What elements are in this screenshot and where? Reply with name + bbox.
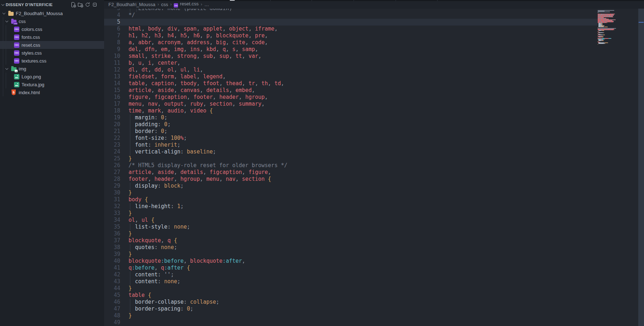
tree-file-reset-css[interactable]: cssreset.css xyxy=(0,41,104,49)
line-number: 35 xyxy=(104,224,120,230)
refresh-icon[interactable] xyxy=(84,2,90,8)
image-icon xyxy=(14,82,19,87)
folder-img-icon xyxy=(11,66,17,72)
folder-chevron-icon[interactable] xyxy=(1,10,7,16)
indent-guide xyxy=(130,244,130,251)
tree-file-styles-css[interactable]: cssstyles.css xyxy=(0,49,104,57)
tab-bar-remnant xyxy=(104,0,644,1)
code-line-40: 40blockquote:before, blockquote:after, xyxy=(104,258,644,265)
new-folder-icon[interactable] xyxy=(77,2,83,8)
twisty-spacer xyxy=(7,82,13,87)
line-number: 19 xyxy=(104,114,120,121)
line-number: 27 xyxy=(104,169,120,176)
indent-guide xyxy=(130,135,130,142)
code-line-30: 30} xyxy=(104,189,644,196)
code-text: } xyxy=(129,189,132,196)
tree-file-textures-css[interactable]: csstextures.css xyxy=(0,57,104,65)
indent-guide xyxy=(130,306,130,312)
code-text: } xyxy=(129,312,132,319)
twisty-spacer xyxy=(7,50,13,56)
code-line-11: 11b, u, i, center, xyxy=(104,60,644,66)
scrollbar-overview-ruler[interactable] xyxy=(638,9,644,326)
line-number: 24 xyxy=(104,148,120,155)
code-text: h1, h2, h3, h4, h5, h6, p, blockquote, p… xyxy=(129,32,268,39)
collapse-all-icon[interactable] xyxy=(92,2,98,8)
code-text: } xyxy=(129,210,132,217)
breadcrumb-item[interactable]: … xyxy=(204,2,209,7)
line-number: 31 xyxy=(104,196,120,203)
tree-folder-img[interactable]: img xyxy=(0,65,104,73)
code-line-46: 46 border-collapse: collapse; xyxy=(104,299,644,306)
tree-file-logo-png[interactable]: Logo.png xyxy=(0,73,104,81)
line-number: 47 xyxy=(104,306,120,312)
code-text: margin: 0; xyxy=(129,114,167,121)
code-line-37: 37blockquote, q { xyxy=(104,237,644,244)
code-text: menu, nav, output, ruby, section, summar… xyxy=(129,101,265,107)
code-text: table, caption, tbody, tfoot, thead, tr,… xyxy=(129,80,284,87)
breadcrumb-item[interactable]: css xyxy=(161,2,168,7)
css-file-icon: css xyxy=(174,3,178,8)
line-number: 9 xyxy=(104,46,120,53)
line-number: 4 xyxy=(104,12,120,19)
tree-file-index-html[interactable]: 5index.html xyxy=(0,88,104,96)
tab-indicator xyxy=(230,0,235,1)
code-line-49: 49 xyxy=(104,319,644,326)
code-line-42: 42 content: ''; xyxy=(104,271,644,278)
code-line-33: 33} xyxy=(104,210,644,217)
line-number: 36 xyxy=(104,230,120,237)
twisty-spacer xyxy=(4,89,10,95)
tree-file-fonts-css[interactable]: cssfonts.css xyxy=(0,33,104,41)
code-text: /* HTML5 display-role reset for older br… xyxy=(129,162,288,169)
tree-item-label: colors.css xyxy=(22,27,42,32)
explorer-section-header[interactable]: DISSENY D'INTERFICIE xyxy=(0,0,104,9)
line-number: 37 xyxy=(104,237,120,244)
tree-file-textura-jpg[interactable]: Textura.jpg xyxy=(0,81,104,88)
code-text: body { xyxy=(129,196,148,203)
indent-guide xyxy=(130,148,130,155)
indent-guide xyxy=(130,299,130,306)
code-text: del, dfn, em, img, ins, kbd, q, s, samp, xyxy=(129,46,258,53)
code-text: blockquote, q { xyxy=(129,237,177,244)
folder-css-icon: css xyxy=(11,18,17,24)
code-line-14: 14table, caption, tbody, tfoot, thead, t… xyxy=(104,80,644,87)
indent-guide xyxy=(130,224,130,230)
tree-file-colors-css[interactable]: csscolors.css xyxy=(0,25,104,33)
indent-guide xyxy=(130,9,130,12)
clipped-code-line: 3 License: none (public domain) xyxy=(104,9,644,12)
folder-chevron-icon[interactable] xyxy=(4,18,10,24)
line-number: 21 xyxy=(104,128,120,135)
line-number: 42 xyxy=(104,271,120,278)
tab-separator xyxy=(396,0,396,1)
code-text: dl, dt, dd, ol, ul, li, xyxy=(129,66,203,73)
indent-guide xyxy=(130,114,130,121)
twisty-spacer xyxy=(7,58,13,64)
editor-pane: F2_Boudhafri_Moussa›css›cssreset.css›… 3… xyxy=(104,0,644,326)
tab-separator xyxy=(312,0,312,1)
file-tree: F2_Boudhafri_Moussacsscsscsscolors.csscs… xyxy=(0,9,104,96)
breadcrumb-item[interactable]: F2_Boudhafri_Moussa xyxy=(108,2,155,7)
breadcrumb-item[interactable]: cssreset.css xyxy=(174,1,199,8)
tree-folder-css[interactable]: csscss xyxy=(0,17,104,25)
code-text: article, aside, canvas, details, embed, xyxy=(129,87,255,94)
tree-folder-f2-boudhafri-moussa[interactable]: F2_Boudhafri_Moussa xyxy=(0,9,104,17)
section-collapse-chevron-icon xyxy=(1,3,6,6)
twisty-spacer xyxy=(7,26,13,32)
code-text: a, abbr, acronym, address, big, cite, co… xyxy=(129,39,268,46)
indent-guide xyxy=(130,128,130,135)
twisty-spacer xyxy=(7,42,13,48)
code-text: table { xyxy=(129,292,151,299)
folder-chevron-icon[interactable] xyxy=(4,66,10,72)
new-file-icon[interactable] xyxy=(70,2,76,8)
line-number: 49 xyxy=(104,319,120,326)
code-line-20: 20 padding: 0; xyxy=(104,121,644,128)
line-number: 32 xyxy=(104,203,120,210)
code-text: content: none; xyxy=(129,278,181,285)
code-line-8: 8a, abbr, acronym, address, big, cite, c… xyxy=(104,39,644,46)
minimap[interactable] xyxy=(598,10,616,45)
code-area[interactable]: 3 License: none (public domain)4*/56html… xyxy=(104,9,644,326)
line-number: 41 xyxy=(104,265,120,271)
code-line-47: 47 border-spacing: 0; xyxy=(104,306,644,312)
code-line-31: 31body { xyxy=(104,196,644,203)
code-line-45: 45table { xyxy=(104,292,644,299)
code-line-16: 16figure, figcaption, footer, header, hg… xyxy=(104,94,644,101)
